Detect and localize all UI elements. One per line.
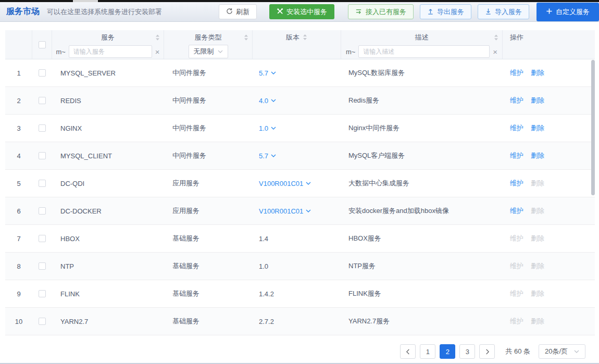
page-button-3[interactable]: 3 [459,344,475,359]
prev-page-button[interactable] [400,344,416,359]
page-size-select[interactable]: 20条/页 [539,344,585,359]
service-filter-input[interactable] [69,45,152,58]
maintain-link: 维护 [510,317,523,326]
page-title: 服务市场 [6,6,40,17]
service-filter-modifier: m~ [56,48,65,56]
service-name: REDIS [60,97,81,105]
row-checkbox[interactable] [39,180,46,187]
version-column-header: 版本 [253,30,341,59]
row-index: 3 [17,124,20,132]
version-select[interactable]: 4.0 [259,97,276,105]
page-button-1[interactable]: 1 [420,344,435,359]
service-type: 应用服务 [172,206,199,216]
clear-icon[interactable]: × [155,48,160,56]
version-select: 1.4 [259,235,268,243]
page-button-2[interactable]: 2 [440,344,455,359]
table-body: 1 MYSQL_SERVER 中间件服务 5.7 MySQL数据库服务 维护 删… [5,59,595,335]
service-column-header: 服务 m~ × [52,30,164,59]
version-select[interactable]: 1.0 [259,124,276,132]
vertical-scrollbar[interactable] [591,60,595,195]
clear-icon[interactable]: × [493,48,497,56]
version-value: V100R001C01 [259,180,303,187]
sort-icon[interactable] [494,34,498,41]
row-checkbox[interactable] [39,207,46,215]
refresh-button[interactable]: 刷新 [219,4,257,19]
chevron-down-icon [271,127,276,130]
import-services-button[interactable]: 导入服务 [478,4,529,19]
version-select[interactable]: 5.7 [259,152,276,160]
table-row: 1 MYSQL_SERVER 中间件服务 5.7 MySQL数据库服务 维护 删… [5,59,595,87]
row-checkbox[interactable] [39,152,46,159]
service-name: MYSQL_SERVER [60,69,116,77]
maintain-link[interactable]: 维护 [510,68,523,78]
install-selected-button[interactable]: 安装选中服务 [269,4,334,19]
crossed-tools-icon [277,8,283,16]
row-checkbox[interactable] [39,124,46,132]
delete-link[interactable]: 删除 [531,123,544,133]
chevron-down-icon [574,350,579,353]
delete-link: 删除 [531,179,544,188]
maintain-link[interactable]: 维护 [510,151,523,160]
sort-icon[interactable] [155,34,160,41]
service-name: NTP [60,262,74,270]
version-select[interactable]: V100R001C01 [259,180,311,187]
delete-link[interactable]: 删除 [531,96,544,105]
row-index: 4 [17,152,20,160]
page-list: 123 [420,344,475,359]
maintain-link: 维护 [510,234,523,243]
service-description: NTP服务 [348,261,376,271]
link-in-icon [355,8,363,16]
row-checkbox[interactable] [39,235,46,242]
delete-link: 删除 [531,289,544,298]
export-services-button[interactable]: 导出服务 [420,4,471,19]
service-type: 中间件服务 [172,68,206,78]
row-index: 1 [17,69,20,77]
chevron-down-icon [218,50,223,53]
description-filter-input[interactable] [358,45,490,58]
chevron-down-icon [271,154,276,157]
chevron-down-icon [271,71,276,74]
plus-icon [546,8,553,16]
select-all-checkbox[interactable] [39,41,46,48]
index-column-header [5,30,32,59]
service-description: HBOX服务 [348,234,381,243]
version-select: 1.0 [259,262,268,270]
maintain-link[interactable]: 维护 [510,123,523,133]
maintain-link[interactable]: 维护 [510,206,523,216]
row-checkbox[interactable] [39,97,46,104]
table-row: 10 YARN2.7 基础服务 2.7.2 YARN2.7服务 维护 删除 [5,308,595,335]
row-checkbox[interactable] [39,290,46,297]
delete-link[interactable]: 删除 [531,151,544,160]
row-checkbox[interactable] [39,69,46,77]
connect-existing-button[interactable]: 接入已有服务 [348,4,414,19]
service-type: 中间件服务 [172,96,206,105]
install-selected-label: 安装选中服务 [286,7,327,17]
service-type: 应用服务 [172,179,199,188]
delete-link: 删除 [531,206,544,216]
row-checkbox[interactable] [39,318,46,325]
description-column-header: 描述 m~ × [341,30,503,59]
sort-icon[interactable] [303,34,307,41]
version-select[interactable]: 5.7 [259,69,276,77]
table-row: 6 DC-DOCKER 应用服务 V100R001C01 安装docker服务a… [5,197,595,225]
chevron-down-icon [271,99,276,102]
service-description: MySQL客户端服务 [348,151,405,160]
maintain-link[interactable]: 维护 [510,96,523,105]
actions-column-label: 操作 [510,33,523,42]
row-checkbox[interactable] [39,262,46,270]
type-filter-select[interactable]: 无限制 [189,45,228,58]
maintain-link[interactable]: 维护 [510,179,523,188]
service-name: DC-DOCKER [60,207,102,215]
custom-service-label: 自定义服务 [556,7,590,17]
service-name: MYSQL_CLIENT [60,152,112,160]
row-index: 2 [17,97,20,105]
description-filter-modifier: m~ [346,48,355,56]
delete-link[interactable]: 删除 [531,68,544,78]
sort-icon[interactable] [244,34,248,41]
custom-service-button[interactable]: 自定义服务 [536,3,599,21]
service-description: Nginx中间件服务 [348,123,400,133]
version-select[interactable]: V100R001C01 [259,207,311,215]
total-count: 共 60 条 [505,347,530,356]
next-page-button[interactable] [479,344,495,359]
service-type: 中间件服务 [172,151,206,160]
